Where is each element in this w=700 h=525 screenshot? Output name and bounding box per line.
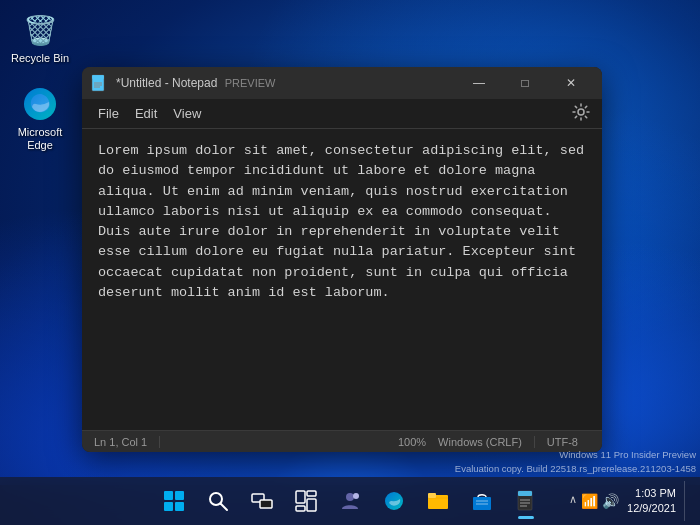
zoom-level: 100% [386, 436, 426, 448]
svg-rect-16 [307, 491, 316, 496]
svg-rect-18 [296, 506, 305, 511]
network-icon: 📶 [581, 493, 598, 509]
taskbar-icons [154, 481, 546, 521]
svg-rect-7 [164, 491, 173, 500]
settings-icon[interactable] [568, 99, 594, 129]
store-button[interactable] [462, 481, 502, 521]
view-menu[interactable]: View [165, 102, 209, 125]
edit-menu[interactable]: Edit [127, 102, 165, 125]
teams-button[interactable] [330, 481, 370, 521]
notepad-window: *Untitled - Notepad PREVIEW — □ ✕ File E… [82, 67, 602, 452]
recycle-bin-image: 🗑️ [22, 12, 58, 48]
sound-icon: 🔊 [602, 493, 619, 509]
titlebar: *Untitled - Notepad PREVIEW — □ ✕ [82, 67, 602, 99]
cursor-position: Ln 1, Col 1 [94, 436, 160, 448]
svg-rect-26 [518, 491, 532, 496]
desktop: 🗑️ Recycle Bin M [0, 0, 700, 525]
system-tray-icons: ∧ 📶 🔊 [569, 493, 619, 509]
window-title: *Untitled - Notepad PREVIEW [116, 76, 456, 90]
widgets-button[interactable] [286, 481, 326, 521]
notepad-taskbar-button[interactable] [506, 481, 546, 521]
explorer-button[interactable] [418, 481, 458, 521]
close-button[interactable]: ✕ [548, 67, 594, 99]
start-button[interactable] [154, 481, 194, 521]
taskbar: ∧ 📶 🔊 1:03 PM 12/9/2021 [0, 477, 700, 525]
minimize-button[interactable]: — [456, 67, 502, 99]
file-menu[interactable]: File [90, 102, 127, 125]
recycle-bin-label: Recycle Bin [11, 52, 69, 65]
system-clock[interactable]: 1:03 PM 12/9/2021 [627, 486, 676, 517]
win11-badge: Windows 11 Pro Insider Preview Evaluatio… [455, 448, 696, 475]
svg-rect-2 [92, 75, 104, 79]
menubar: File Edit View [82, 99, 602, 129]
svg-rect-14 [260, 500, 272, 508]
svg-rect-8 [175, 491, 184, 500]
editor-content: Lorem ipsum dolor sit amet, consectetur … [98, 143, 584, 300]
svg-point-19 [346, 493, 354, 501]
text-editor[interactable]: Lorem ipsum dolor sit amet, consectetur … [82, 129, 602, 430]
clock-time: 1:03 PM [635, 486, 676, 501]
svg-rect-10 [175, 502, 184, 511]
win11-line2: Evaluation copy. Build 22518.rs_prerelea… [455, 462, 696, 475]
taskbar-right: ∧ 📶 🔊 1:03 PM 12/9/2021 [569, 481, 692, 521]
svg-rect-17 [307, 499, 316, 511]
edge-taskbar-button[interactable] [374, 481, 414, 521]
svg-rect-23 [428, 493, 436, 498]
maximize-button[interactable]: □ [502, 67, 548, 99]
window-controls: — □ ✕ [456, 67, 594, 99]
chevron-icon[interactable]: ∧ [569, 493, 577, 509]
task-view-button[interactable] [242, 481, 282, 521]
search-button[interactable] [198, 481, 238, 521]
win11-line1: Windows 11 Pro Insider Preview [455, 448, 696, 461]
edge-image [22, 86, 58, 122]
encoding: UTF-8 [535, 436, 590, 448]
svg-line-12 [221, 504, 228, 511]
edge-label: Microsoft Edge [18, 126, 63, 152]
svg-point-21 [385, 492, 403, 510]
clock-date: 12/9/2021 [627, 501, 676, 516]
svg-rect-9 [164, 502, 173, 511]
notepad-app-icon [90, 74, 108, 92]
svg-point-20 [353, 493, 359, 499]
recycle-bin-icon[interactable]: 🗑️ Recycle Bin [4, 8, 76, 69]
svg-point-6 [578, 109, 584, 115]
line-ending: Windows (CRLF) [426, 436, 535, 448]
show-desktop-button[interactable] [684, 481, 692, 521]
svg-rect-15 [296, 491, 305, 503]
microsoft-edge-icon[interactable]: Microsoft Edge [4, 82, 76, 156]
